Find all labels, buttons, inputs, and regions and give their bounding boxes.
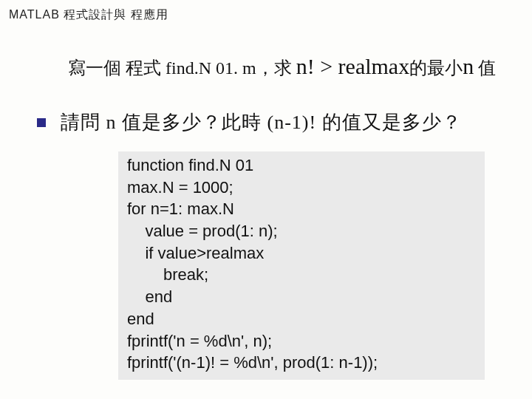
question-text: 請問 n 值是多少？此時 (n-1)! 的值又是多少？ bbox=[61, 109, 462, 135]
bullet-icon bbox=[37, 118, 46, 127]
line1-expr2: n bbox=[463, 54, 474, 78]
question-row: 請問 n 值是多少？此時 (n-1)! 的值又是多少？ bbox=[37, 109, 517, 135]
prompt-line-1: 寫一個 程式 find.N 01. m，求 n! > realmax的最小n 值 bbox=[68, 54, 517, 80]
page-header: MATLAB 程式設計與 程應用 bbox=[0, 0, 532, 26]
line1-part3: 值 bbox=[474, 58, 496, 78]
code-block: function find.N 01 max.N = 1000; for n=1… bbox=[118, 151, 485, 380]
line1-part1: 寫一個 程式 find.N 01. m，求 bbox=[68, 58, 296, 78]
line1-expr1: n! > realmax bbox=[296, 54, 410, 78]
line1-part2: 的最小 bbox=[409, 58, 463, 78]
